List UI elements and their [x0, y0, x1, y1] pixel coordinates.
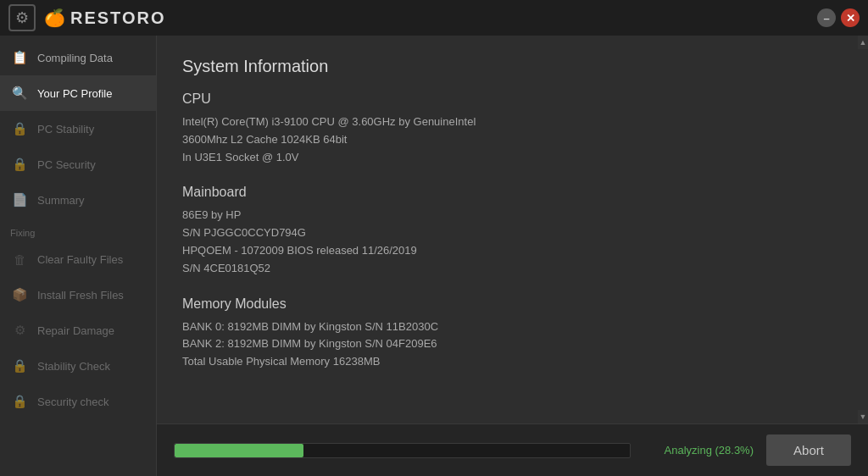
sidebar-label-security-check: Security check	[37, 396, 109, 408]
content-area: ▲ System Information CPU Intel(R) Core(T…	[157, 36, 868, 476]
sidebar-label-install-fresh-files: Install Fresh Files	[37, 289, 124, 302]
mainboard-line1: 86E9 by HP	[182, 207, 843, 224]
mainboard-section: Mainboard 86E9 by HP S/N PJGGC0CCYD794G …	[182, 185, 843, 277]
close-button[interactable]: ✕	[841, 8, 860, 27]
cpu-line1: Intel(R) Core(TM) i3-9100 CPU @ 3.60GHz …	[182, 113, 843, 131]
memory-line1: BANK 0: 8192MB DIMM by Kingston S/N 11B2…	[182, 318, 843, 336]
progress-track	[174, 443, 631, 458]
mainboard-line4: S/N 4CE0181Q52	[182, 260, 843, 278]
cpu-line3: In U3E1 Socket @ 1.0V	[182, 149, 843, 167]
sidebar-label-your-pc-profile: Your PC Profile	[37, 87, 112, 100]
sidebar: 📋 Compiling Data 🔍 Your PC Profile 🔒 PC …	[0, 36, 157, 476]
fixing-section-label: Fixing	[0, 218, 156, 241]
sidebar-item-clear-faulty-files: 🗑 Clear Faulty Files	[0, 241, 156, 277]
content-scroll[interactable]: System Information CPU Intel(R) Core(TM)…	[157, 36, 868, 423]
sidebar-label-pc-stability: PC Stability	[37, 123, 94, 136]
sidebar-item-security-check: 🔒 Security check	[0, 384, 156, 419]
scroll-down-arrow[interactable]: ▼	[858, 410, 868, 423]
sidebar-item-stability-check: 🔒 Stability Check	[0, 348, 156, 384]
cpu-section: CPU Intel(R) Core(TM) i3-9100 CPU @ 3.60…	[182, 91, 843, 166]
scroll-up-arrow[interactable]: ▲	[858, 36, 868, 49]
security-check-icon: 🔒	[10, 392, 29, 411]
mainboard-line2: S/N PJGGC0CCYD794G	[182, 224, 843, 242]
sidebar-item-repair-damage: ⚙ Repair Damage	[0, 313, 156, 348]
gear-icon[interactable]: ⚙	[8, 4, 36, 31]
mainboard-heading: Mainboard	[182, 185, 843, 200]
page-title: System Information	[182, 57, 843, 76]
minimize-button[interactable]: –	[817, 8, 836, 27]
compiling-data-icon: 📋	[10, 48, 29, 67]
mainboard-line3: HPQOEM - 1072009 BIOS released 11/26/201…	[182, 242, 843, 260]
sidebar-item-pc-security: 🔒 PC Security	[0, 147, 156, 182]
sidebar-item-compiling-data[interactable]: 📋 Compiling Data	[0, 40, 156, 75]
sidebar-label-compiling-data: Compiling Data	[37, 52, 113, 64]
app-logo: 🍊 RESTORO	[44, 8, 166, 28]
install-fresh-files-icon: 📦	[10, 285, 29, 304]
sidebar-item-install-fresh-files: 📦 Install Fresh Files	[0, 277, 156, 313]
memory-heading: Memory Modules	[182, 296, 843, 312]
sidebar-item-pc-stability: 🔒 PC Stability	[0, 111, 156, 147]
sidebar-label-stability-check: Stability Check	[37, 360, 110, 373]
title-bar: ⚙ 🍊 RESTORO – ✕	[0, 0, 868, 36]
sidebar-label-repair-damage: Repair Damage	[37, 324, 114, 337]
progress-label: Analyzing (28.3%)	[643, 444, 754, 457]
pc-security-icon: 🔒	[10, 155, 29, 174]
repair-damage-icon: ⚙	[10, 321, 29, 340]
sidebar-item-summary: 📄 Summary	[0, 182, 156, 218]
stability-check-icon: 🔒	[10, 357, 29, 375]
progress-fill	[175, 444, 303, 457]
main-layout: 📋 Compiling Data 🔍 Your PC Profile 🔒 PC …	[0, 36, 868, 476]
sidebar-label-pc-security: PC Security	[37, 158, 96, 171]
memory-line2: BANK 2: 8192MB DIMM by Kingston S/N 04F2…	[182, 335, 843, 353]
memory-section: Memory Modules BANK 0: 8192MB DIMM by Ki…	[182, 296, 843, 371]
pc-stability-icon: 🔒	[10, 119, 29, 138]
cpu-line2: 3600Mhz L2 Cache 1024KB 64bit	[182, 131, 843, 149]
sidebar-label-clear-faulty-files: Clear Faulty Files	[37, 253, 123, 266]
window-controls: – ✕	[817, 8, 860, 27]
sidebar-item-your-pc-profile[interactable]: 🔍 Your PC Profile	[0, 75, 156, 111]
abort-button[interactable]: Abort	[766, 434, 851, 466]
logo-icon: 🍊	[44, 8, 65, 28]
cpu-heading: CPU	[182, 91, 843, 107]
bottom-bar: Analyzing (28.3%) Abort	[157, 423, 868, 476]
memory-line3: Total Usable Physical Memory 16238MB	[182, 353, 843, 371]
summary-icon: 📄	[10, 191, 29, 209]
sidebar-label-summary: Summary	[37, 194, 85, 207]
your-pc-profile-icon: 🔍	[10, 84, 29, 102]
clear-faulty-files-icon: 🗑	[10, 250, 29, 268]
logo-text: RESTORO	[70, 8, 166, 28]
